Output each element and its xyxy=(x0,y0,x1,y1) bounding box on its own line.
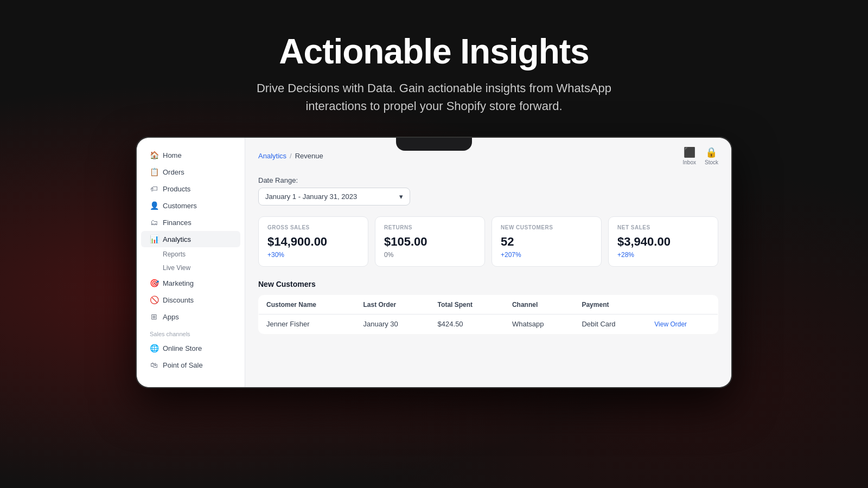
main-content: Analytics / Revenue ⬛ Inbox 🔒 Stock xyxy=(245,138,731,387)
customers-icon: 👤 xyxy=(150,201,158,210)
hero-subtitle: Drive Decisions with Data. Gain actionab… xyxy=(228,79,640,115)
returns-change: 0% xyxy=(384,251,476,259)
new-customers-label: NEW CUSTOMERS xyxy=(501,224,592,230)
sales-channels-label: Sales channels xyxy=(137,325,245,339)
customers-table-title: New Customers xyxy=(258,280,718,288)
sidebar-sub-item-live-view[interactable]: Live View xyxy=(141,261,240,274)
metric-card-returns: RETURNS $105.00 0% xyxy=(375,216,485,267)
sidebar: 🏠 Home 📋 Orders 🏷 Products 👤 Customers 🗂 xyxy=(137,138,245,387)
inbox-label: Inbox xyxy=(683,159,696,165)
channel-cell: Whatsapp xyxy=(505,314,575,334)
new-customers-value: 52 xyxy=(501,235,592,249)
stock-button[interactable]: 🔒 Stock xyxy=(705,146,718,165)
payment-cell: Debit Card xyxy=(574,314,647,334)
sidebar-item-finances[interactable]: 🗂 Finances xyxy=(141,214,240,230)
topbar: Analytics / Revenue ⬛ Inbox 🔒 Stock xyxy=(258,146,718,165)
last-order-cell: January 30 xyxy=(356,314,430,334)
date-range-value: January 1 - January 31, 2023 xyxy=(265,192,357,201)
breadcrumb-analytics-link[interactable]: Analytics xyxy=(258,152,286,160)
sidebar-sub-item-reports[interactable]: Reports xyxy=(141,248,240,261)
breadcrumb-separator: / xyxy=(290,152,292,160)
customers-table-section: New Customers Customer Name Last Order T… xyxy=(258,280,718,334)
returns-label: RETURNS xyxy=(384,224,476,230)
apps-icon: ⊞ xyxy=(150,312,158,321)
finances-icon: 🗂 xyxy=(150,218,158,227)
sidebar-item-orders[interactable]: 📋 Orders xyxy=(141,164,240,180)
home-icon: 🏠 xyxy=(150,151,158,159)
total-spent-cell: $424.50 xyxy=(430,314,505,334)
sidebar-item-products[interactable]: 🏷 Products xyxy=(141,181,240,197)
date-range-label: Date Range: xyxy=(258,176,718,184)
discounts-icon: 🚫 xyxy=(150,296,158,304)
sidebar-item-customers[interactable]: 👤 Customers xyxy=(141,197,240,214)
breadcrumb: Analytics / Revenue xyxy=(258,152,323,160)
col-total-spent: Total Spent xyxy=(430,296,505,314)
device-frame: 🏠 Home 📋 Orders 🏷 Products 👤 Customers 🗂 xyxy=(136,137,732,388)
inbox-icon: ⬛ xyxy=(684,146,695,158)
net-sales-value: $3,940.00 xyxy=(617,235,709,249)
sidebar-item-home[interactable]: 🏠 Home xyxy=(141,147,240,163)
products-icon: 🏷 xyxy=(150,184,158,193)
date-range-section: Date Range: January 1 - January 31, 2023… xyxy=(258,176,718,206)
metric-card-new-customers: NEW CUSTOMERS 52 +207% xyxy=(492,216,602,267)
net-sales-label: NET SALES xyxy=(617,224,709,230)
sidebar-item-apps[interactable]: ⊞ Apps xyxy=(141,309,240,325)
sidebar-item-online-store[interactable]: 🌐 Online Store xyxy=(141,340,240,356)
new-customers-change: +207% xyxy=(501,251,592,259)
col-payment: Payment xyxy=(574,296,647,314)
table-row: Jenner Fisher January 30 $424.50 Whatsap… xyxy=(259,314,718,334)
view-order-button[interactable]: View Order xyxy=(654,320,687,328)
topbar-actions: ⬛ Inbox 🔒 Stock xyxy=(683,146,718,165)
online-store-icon: 🌐 xyxy=(150,344,158,352)
col-channel: Channel xyxy=(505,296,575,314)
col-action xyxy=(647,296,718,314)
point-of-sale-icon: 🛍 xyxy=(150,361,158,369)
hero-section: Actionable Insights Drive Decisions with… xyxy=(228,0,640,137)
inbox-button[interactable]: ⬛ Inbox xyxy=(683,146,696,165)
net-sales-change: +28% xyxy=(617,251,709,259)
gross-sales-value: $14,900.00 xyxy=(267,235,359,249)
metric-card-net-sales: NET SALES $3,940.00 +28% xyxy=(608,216,718,267)
analytics-icon: 📊 xyxy=(150,235,158,243)
col-last-order: Last Order xyxy=(356,296,430,314)
stock-icon: 🔒 xyxy=(705,146,717,158)
gross-sales-label: GROSS SALES xyxy=(267,224,359,230)
sidebar-item-discounts[interactable]: 🚫 Discounts xyxy=(141,292,240,308)
returns-value: $105.00 xyxy=(384,235,476,249)
metric-card-gross-sales: GROSS SALES $14,900.00 +30% xyxy=(258,216,368,267)
orders-icon: 📋 xyxy=(150,168,158,176)
col-customer-name: Customer Name xyxy=(259,296,356,314)
metric-cards: GROSS SALES $14,900.00 +30% RETURNS $105… xyxy=(258,216,718,267)
stock-label: Stock xyxy=(705,159,718,165)
marketing-icon: 🎯 xyxy=(150,279,158,287)
sidebar-item-marketing[interactable]: 🎯 Marketing xyxy=(141,275,240,291)
hero-title: Actionable Insights xyxy=(228,33,640,70)
customer-name-cell: Jenner Fisher xyxy=(259,314,356,334)
sidebar-item-analytics[interactable]: 📊 Analytics xyxy=(141,231,240,247)
chevron-down-icon: ▾ xyxy=(399,192,403,201)
date-range-select[interactable]: January 1 - January 31, 2023 ▾ xyxy=(258,188,410,206)
sidebar-item-point-of-sale[interactable]: 🛍 Point of Sale xyxy=(141,357,240,373)
device-notch xyxy=(396,138,472,151)
customers-table: Customer Name Last Order Total Spent Cha… xyxy=(258,295,718,334)
breadcrumb-current: Revenue xyxy=(295,152,323,160)
gross-sales-change: +30% xyxy=(267,251,359,259)
